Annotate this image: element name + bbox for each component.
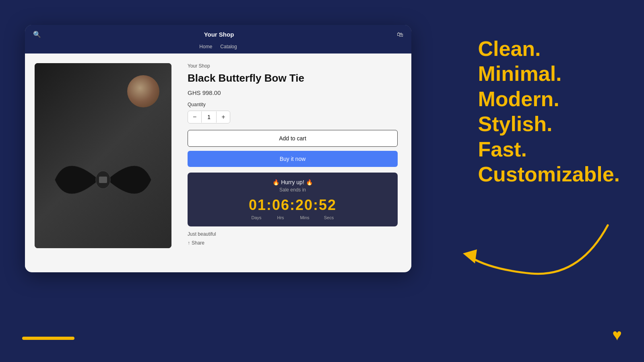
countdown-display: 01:06:20:52 (196, 197, 390, 214)
browser-navbar: 🔍 Your Shop 🛍 Home Catalog (25, 25, 411, 53)
mins-label: Mins (293, 215, 317, 220)
bow-tie-svg (51, 144, 155, 216)
hrs-label: Hrs (268, 215, 293, 220)
tagline-line-6: Customizable. (478, 162, 620, 187)
bottom-decoration-bar (22, 337, 74, 340)
product-details: Your Shop Black Butterfly Bow Tie GHS 99… (184, 63, 402, 262)
tagline-line-4: Stylish. (478, 111, 620, 136)
quantity-decrease-button[interactable]: − (188, 111, 201, 123)
quantity-control: − 1 + (188, 111, 230, 123)
nav-links: Home Catalog (25, 41, 411, 53)
arrow-decoration (459, 217, 620, 290)
svg-rect-2 (99, 177, 107, 183)
wicker-ball-decoration (127, 75, 159, 107)
search-icon[interactable]: 🔍 (33, 31, 41, 38)
add-to-cart-button[interactable]: Add to cart (188, 130, 398, 147)
shop-title: Your Shop (204, 31, 234, 38)
sale-ends-text: Sale ends in (196, 187, 390, 193)
countdown-timer-box: 🔥 Hurry up! 🔥 Sale ends in 01:06:20:52 D… (188, 173, 398, 226)
page-content: Your Shop Black Butterfly Bow Tie GHS 99… (25, 53, 411, 272)
product-image (35, 63, 171, 248)
product-title: Black Butterfly Bow Tie (188, 72, 398, 84)
share-label: Share (192, 240, 204, 246)
hurry-text: 🔥 Hurry up! 🔥 (196, 179, 390, 185)
tagline-line-5: Fast. (478, 137, 620, 162)
cart-icon[interactable]: 🛍 (397, 31, 403, 38)
share-section[interactable]: ↑ Share (188, 240, 398, 246)
tagline-line-3: Modern. (478, 86, 620, 111)
tagline-line-2: Minimal. (478, 61, 620, 86)
bottom-heart-icon: ♥ (612, 326, 622, 344)
nav-catalog[interactable]: Catalog (220, 44, 237, 49)
product-description: Just beautiful (188, 231, 398, 237)
browser-topbar: 🔍 Your Shop 🛍 (25, 25, 411, 41)
product-price: GHS 998.00 (188, 89, 398, 96)
svg-marker-0 (463, 249, 477, 263)
product-image-container (35, 63, 171, 248)
share-icon: ↑ (188, 240, 190, 246)
browser-window: 🔍 Your Shop 🛍 Home Catalog (25, 25, 411, 272)
tagline-line-1: Clean. (478, 36, 620, 61)
secs-label: Secs (317, 215, 341, 220)
nav-home[interactable]: Home (199, 44, 212, 49)
countdown-labels: Days Hrs Mins Secs (196, 215, 390, 220)
tagline-block: Clean. Minimal. Modern. Stylish. Fast. C… (478, 36, 620, 187)
quantity-label: Quantity (188, 102, 398, 107)
quantity-value: 1 (201, 111, 217, 123)
quantity-increase-button[interactable]: + (217, 111, 230, 123)
buy-now-button[interactable]: Buy it now (188, 151, 398, 167)
product-brand: Your Shop (188, 63, 398, 69)
days-label: Days (244, 215, 268, 220)
